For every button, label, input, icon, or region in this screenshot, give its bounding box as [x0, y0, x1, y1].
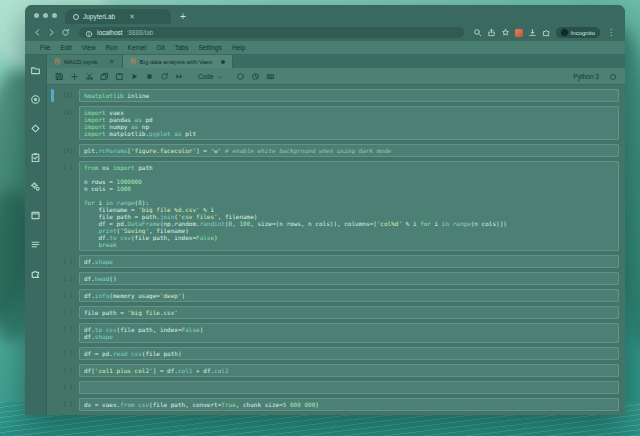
add-icon[interactable]: [70, 72, 79, 81]
menu-edit[interactable]: Edit: [55, 44, 76, 51]
browser-tab-strip: JupyterLab ✕ +: [25, 5, 625, 24]
cell-prompt: [ ]:: [56, 364, 79, 377]
code-cell-input[interactable]: df.to_csv(file_path, index=False)df.shap…: [79, 323, 619, 343]
extension-badge-icon[interactable]: [515, 29, 523, 37]
maximize-window-button[interactable]: [52, 13, 57, 18]
menu-run[interactable]: Run: [101, 44, 123, 51]
download-icon[interactable]: [528, 28, 537, 37]
kernel-name[interactable]: Python 3: [573, 73, 599, 80]
cell-gutter: [51, 106, 56, 140]
document-tab[interactable]: MACD.ipynb✕: [47, 55, 123, 68]
save-icon[interactable]: [55, 72, 64, 81]
menu-view[interactable]: View: [77, 44, 101, 51]
cell-gutter: [51, 161, 56, 251]
code-cell-input[interactable]: import vaeximport pandas as pdimport num…: [79, 106, 619, 140]
menu-tabs[interactable]: Tabs: [170, 44, 194, 51]
code-cell-input[interactable]: dv = vaex.from_csv(file_path, convert=Tr…: [79, 398, 619, 411]
run-icon[interactable]: [130, 72, 139, 81]
info-icon[interactable]: [85, 30, 93, 38]
browser-menu-icon[interactable]: ⋮: [605, 29, 617, 37]
close-tab-icon[interactable]: ✕: [109, 58, 115, 65]
settings-gears-icon: [30, 181, 41, 192]
sidebar-clipboard[interactable]: [30, 149, 41, 167]
menu-settings[interactable]: Settings: [193, 44, 227, 51]
sidebar-running-kernels[interactable]: [30, 91, 41, 109]
menu-file[interactable]: File: [35, 44, 55, 51]
jupyter-left-sidebar: [25, 55, 47, 415]
address-bar[interactable]: localhost :8888/lab: [79, 27, 464, 38]
cell-type-dropdown[interactable]: Code: [198, 67, 224, 85]
clock-icon[interactable]: [251, 72, 260, 81]
sidebar-table-of-contents[interactable]: [30, 236, 41, 254]
notebook-toolbar: Code Python 3: [47, 68, 625, 85]
paste-icon[interactable]: [115, 72, 124, 81]
cell-prompt: [3]:: [56, 144, 79, 157]
cell-prompt: [1]:: [56, 89, 79, 102]
extensions-icon: [30, 268, 41, 279]
refresh-circle-icon[interactable]: [236, 72, 245, 81]
star-icon[interactable]: [501, 28, 510, 37]
cell-gutter: [51, 398, 56, 411]
sidebar-git[interactable]: [30, 120, 41, 138]
sidebar-open-tabs[interactable]: [30, 207, 41, 225]
code-cell-input[interactable]: df = pd.read_csv(file_path): [79, 347, 619, 360]
browser-tab[interactable]: JupyterLab ✕: [65, 9, 171, 24]
url-path: :8888/lab: [127, 29, 154, 36]
minimize-window-button[interactable]: [43, 13, 48, 18]
code-cell-input[interactable]: file_path = 'big_file.csv': [79, 306, 619, 319]
close-tab-icon[interactable]: ✕: [129, 13, 135, 20]
site-info-icon[interactable]: [85, 24, 93, 42]
puzzle-icon[interactable]: [542, 28, 551, 37]
document-tab-label: MACD.ipynb: [64, 59, 98, 65]
stop-icon[interactable]: [145, 72, 154, 81]
code-cell-input[interactable]: plt.rcParams['figure.facecolor'] = 'w' #…: [79, 144, 619, 157]
cell-gutter: [51, 272, 56, 285]
code-cell-input[interactable]: [79, 381, 619, 394]
menu-help[interactable]: Help: [227, 44, 250, 51]
back-icon[interactable]: [33, 28, 42, 37]
reload-icon[interactable]: [61, 28, 70, 37]
code-cell-input[interactable]: df['col1_plus_col2'] = df.col1 + df.col2: [79, 364, 619, 377]
menu-kernel[interactable]: Kernel: [123, 44, 152, 51]
sidebar-extensions[interactable]: [30, 265, 41, 283]
cell-gutter: [51, 306, 56, 319]
code-cell-input[interactable]: df.shape: [79, 255, 619, 268]
cell-prompt: [ ]:: [56, 289, 79, 302]
sidebar-file-browser[interactable]: [30, 62, 41, 80]
code-cell-input[interactable]: df.head(): [79, 272, 619, 285]
clipboard-icon: [30, 152, 41, 163]
cell-gutter: [51, 347, 56, 360]
cell-prompt: [2]:: [56, 106, 79, 140]
notebook-cell: [ ]:df['col1_plus_col2'] = df.col1 + df.…: [51, 364, 619, 377]
search-icon[interactable]: [473, 28, 482, 37]
share-icon[interactable]: [487, 28, 496, 37]
jupyter-favicon-icon: [73, 14, 79, 20]
sidebar-settings-gears[interactable]: [30, 178, 41, 196]
code-cell-input[interactable]: %matplotlib inline: [79, 89, 619, 102]
forward-icon[interactable]: [47, 28, 56, 37]
cut-icon[interactable]: [85, 72, 94, 81]
close-window-button[interactable]: [34, 13, 39, 18]
cell-prompt: [ ]:: [56, 381, 79, 394]
cell-prompt: [ ]:: [56, 161, 79, 251]
restart-icon[interactable]: [160, 72, 169, 81]
toolbar-buttons-group: [55, 72, 184, 81]
circle-icon[interactable]: [609, 73, 617, 81]
chevron-down-icon: [217, 74, 224, 81]
browser-action-icons: [473, 28, 551, 37]
code-cell-input[interactable]: df.info(memory_usage='deep'): [79, 289, 619, 302]
cell-prompt: [ ]:: [56, 323, 79, 343]
notebook-cells: [1]:%matplotlib inline[2]:import vaeximp…: [47, 85, 625, 415]
fast-forward-icon[interactable]: [175, 72, 184, 81]
cell-prompt: [ ]:: [56, 272, 79, 285]
new-tab-button[interactable]: +: [180, 12, 186, 22]
notebook-file-icon: [54, 58, 61, 65]
incognito-badge[interactable]: Incognito: [556, 27, 600, 38]
document-tab-bar: MACD.ipynb✕Big data analysis with Vaex: [47, 55, 625, 68]
copy-icon[interactable]: [100, 72, 109, 81]
keyboard-icon[interactable]: [266, 72, 275, 81]
notebook-cell: [ ]:df.info(memory_usage='deep'): [51, 289, 619, 302]
menu-git[interactable]: Git: [151, 44, 169, 51]
jupyter-body: MACD.ipynb✕Big data analysis with Vaex C…: [25, 55, 625, 415]
code-cell-input[interactable]: from os import path n_rows = 1000000n_co…: [79, 161, 619, 251]
